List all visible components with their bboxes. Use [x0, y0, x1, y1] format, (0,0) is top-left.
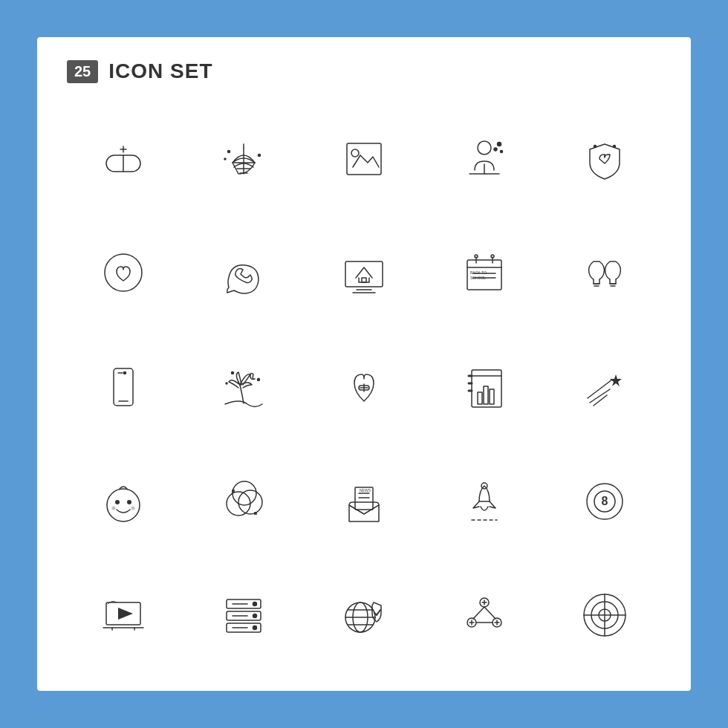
billiard-8-icon: 8 — [579, 475, 631, 527]
svg-rect-57 — [484, 386, 488, 404]
svg-point-9 — [228, 150, 230, 152]
disco-ball-icon — [218, 133, 270, 185]
globe-shield-icon — [338, 589, 390, 641]
svg-point-66 — [112, 506, 116, 510]
bubbles-icon — [218, 475, 270, 527]
baby-face-cell — [67, 448, 180, 555]
svg-line-102 — [473, 607, 484, 619]
svg-point-63 — [107, 489, 140, 521]
page-title: ICON SET — [108, 59, 212, 83]
svg-point-11 — [224, 158, 226, 160]
heart-bandaid-icon — [338, 361, 390, 413]
shooting-star-icon — [579, 361, 631, 413]
whatsapp-phone-icon — [218, 247, 270, 299]
svg-point-10 — [259, 154, 261, 156]
back-to-school-icon: BACK TO SCHOOL — [458, 247, 510, 299]
lightbulb-pair-icon — [579, 247, 631, 299]
svg-point-65 — [127, 500, 131, 504]
scientist-cell — [428, 105, 541, 212]
image-frame-cell — [308, 105, 420, 212]
network-plus-cell — [428, 562, 541, 669]
svg-point-64 — [115, 500, 120, 504]
smartphone-icon — [97, 361, 149, 413]
svg-point-17 — [494, 148, 497, 151]
header: 25 ICON SET — [67, 59, 661, 83]
svg-point-21 — [614, 145, 616, 147]
svg-point-19 — [501, 150, 503, 152]
svg-point-67 — [131, 506, 135, 510]
svg-marker-84 — [118, 608, 133, 620]
svg-point-30 — [475, 255, 478, 258]
svg-text:BACK TO: BACK TO — [470, 270, 487, 275]
smart-home-icon — [338, 247, 390, 299]
night-palm-cell — [187, 334, 300, 441]
target-icon — [579, 589, 631, 641]
billiard-8-cell: 8 — [548, 448, 661, 555]
svg-rect-41 — [114, 368, 133, 406]
svg-rect-26 — [362, 278, 366, 282]
server-stack-icon — [218, 589, 270, 641]
medicine-pill-icon — [97, 133, 149, 185]
svg-rect-56 — [478, 392, 482, 404]
main-card: 25 ICON SET — [37, 37, 691, 691]
svg-point-32 — [491, 255, 494, 258]
target-cell — [548, 562, 661, 669]
image-frame-icon — [338, 133, 390, 185]
shooting-star-cell — [548, 334, 661, 441]
laptop-video-icon — [97, 589, 149, 641]
lightbulb-pair-cell — [548, 220, 661, 327]
baby-face-icon — [97, 475, 149, 527]
medicine-pill-cell — [67, 105, 180, 212]
svg-point-13 — [351, 149, 359, 157]
smartphone-cell — [67, 334, 180, 441]
svg-text:SCHOOL: SCHOOL — [470, 276, 486, 280]
notebook-chart-icon — [458, 361, 510, 413]
svg-point-89 — [253, 614, 257, 618]
svg-point-90 — [253, 626, 257, 630]
night-palm-icon — [218, 361, 270, 413]
globe-shield-cell — [308, 562, 420, 669]
svg-rect-58 — [490, 389, 494, 404]
svg-rect-23 — [345, 261, 383, 287]
svg-rect-27 — [467, 260, 501, 290]
back-to-school-cell: BACK TO SCHOOL — [428, 220, 541, 327]
svg-point-43 — [124, 371, 126, 374]
svg-line-103 — [484, 607, 495, 619]
news-mail-cell: NEWS — [308, 448, 420, 555]
rocket-launch-icon — [458, 475, 510, 527]
heart-circle-icon — [97, 247, 149, 299]
svg-point-46 — [258, 378, 260, 380]
shield-heart-cell — [548, 105, 661, 212]
server-stack-cell — [187, 562, 300, 669]
svg-point-20 — [594, 145, 597, 147]
svg-text:NEWS: NEWS — [360, 488, 371, 493]
bubbles-cell — [187, 448, 300, 555]
icons-grid: BACK TO SCHOOL — [67, 105, 661, 669]
disco-ball-cell — [187, 105, 300, 212]
svg-text:8: 8 — [602, 495, 608, 507]
laptop-video-cell — [67, 562, 180, 669]
svg-point-22 — [105, 254, 142, 291]
smart-home-cell — [308, 220, 420, 327]
svg-point-14 — [478, 141, 491, 155]
network-plus-icon — [458, 589, 510, 641]
badge-number: 25 — [67, 60, 98, 83]
scientist-icon — [458, 133, 510, 185]
svg-point-88 — [253, 602, 257, 606]
svg-point-47 — [226, 383, 227, 384]
svg-line-61 — [594, 395, 607, 406]
rocket-launch-cell — [428, 448, 541, 555]
heart-circle-cell — [67, 220, 180, 327]
svg-point-45 — [232, 371, 234, 374]
heart-bandaid-cell — [308, 334, 420, 441]
phone-bubble-cell — [187, 220, 300, 327]
news-mail-icon: NEWS — [338, 475, 390, 527]
notebook-chart-cell — [428, 334, 541, 441]
shield-heart-icon — [579, 133, 631, 185]
svg-point-18 — [498, 142, 501, 146]
